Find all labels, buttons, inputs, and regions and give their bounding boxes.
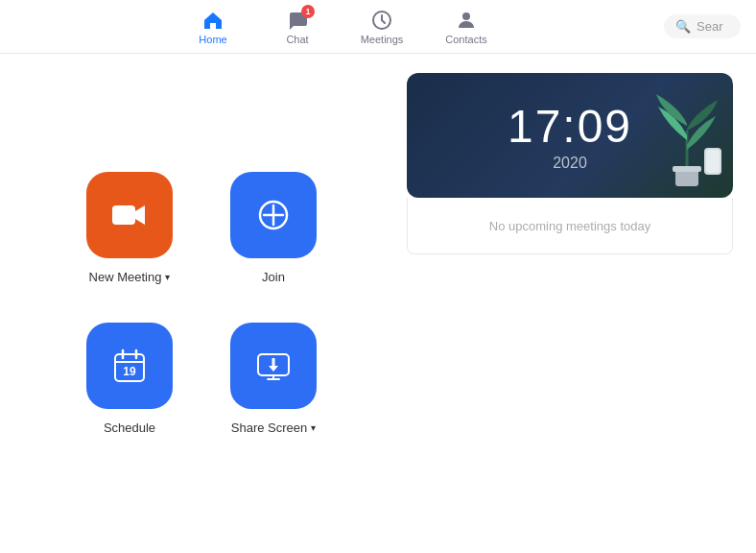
- contacts-icon: [455, 9, 478, 32]
- no-meetings-panel: No upcoming meetings today: [407, 198, 733, 254]
- main-content: New Meeting ▾ Join: [0, 54, 756, 553]
- svg-rect-2: [112, 205, 135, 225]
- search-label: Sear: [697, 19, 722, 34]
- nav-home-label: Home: [199, 34, 226, 45]
- nav-contacts-label: Contacts: [445, 34, 486, 45]
- plant-decoration: [649, 73, 725, 198]
- svg-point-1: [462, 12, 470, 20]
- join-item[interactable]: Join: [230, 172, 317, 284]
- right-panel: 17:09 2020 No upcoming meetings to: [403, 54, 756, 553]
- nav-meetings-label: Meetings: [361, 34, 404, 45]
- new-meeting-button[interactable]: [86, 172, 173, 258]
- schedule-item[interactable]: 19 Schedule: [86, 323, 173, 435]
- share-screen-item[interactable]: Share Screen ▾: [230, 323, 317, 435]
- join-label: Join: [262, 270, 285, 284]
- nav-meetings[interactable]: Meetings: [355, 9, 409, 45]
- nav-home[interactable]: Home: [186, 9, 240, 45]
- schedule-label: Schedule: [104, 421, 155, 435]
- clock-card: 17:09 2020: [407, 73, 733, 198]
- schedule-button[interactable]: 19: [86, 323, 173, 409]
- svg-rect-18: [706, 150, 720, 173]
- svg-rect-15: [673, 166, 701, 172]
- no-meetings-text: No upcoming meetings today: [489, 219, 650, 233]
- nav-chat-label: Chat: [286, 34, 308, 45]
- nav-chat[interactable]: 1 Chat: [271, 9, 324, 45]
- action-grid: New Meeting ▾ Join: [86, 172, 317, 435]
- search-icon: 🔍: [675, 19, 691, 34]
- join-button[interactable]: [230, 172, 317, 258]
- meetings-icon: [370, 9, 393, 32]
- share-screen-chevron: ▾: [311, 422, 316, 433]
- nav-items: Home 1 Chat Meetings: [15, 9, 664, 45]
- search-box[interactable]: 🔍 Sear: [664, 14, 741, 38]
- clock-time: 17:09: [508, 100, 632, 153]
- left-panel: New Meeting ▾ Join: [0, 54, 403, 553]
- share-screen-label: Share Screen ▾: [231, 421, 317, 435]
- nav-contacts[interactable]: Contacts: [439, 9, 493, 45]
- svg-text:19: 19: [123, 365, 136, 378]
- chat-badge: 1: [301, 5, 315, 18]
- new-meeting-label: New Meeting ▾: [89, 270, 171, 284]
- new-meeting-item[interactable]: New Meeting ▾: [86, 172, 173, 284]
- top-nav: Home 1 Chat Meetings: [0, 0, 756, 54]
- share-screen-button[interactable]: [230, 323, 317, 409]
- home-icon: [201, 9, 224, 32]
- chat-icon: 1: [286, 9, 309, 32]
- new-meeting-chevron: ▾: [165, 272, 170, 282]
- clock-year: 2020: [553, 155, 587, 172]
